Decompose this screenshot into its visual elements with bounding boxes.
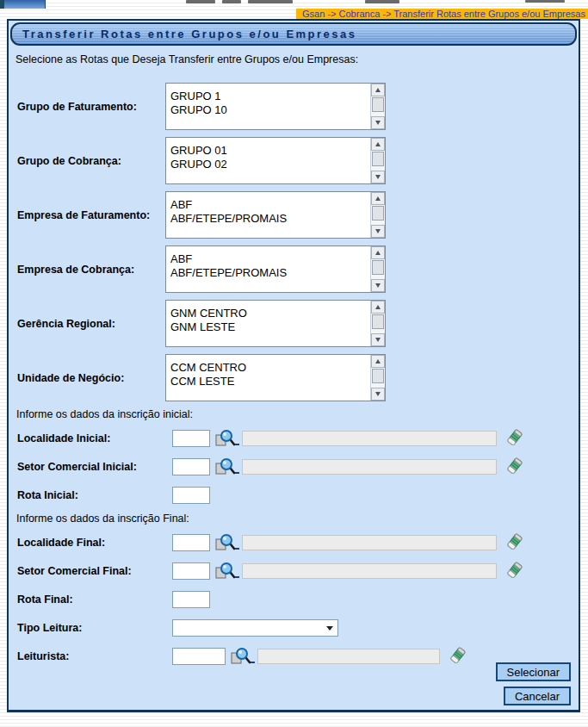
leiturista-label: Leiturista: — [17, 650, 165, 662]
localidade-final-lookup-button[interactable] — [214, 532, 235, 553]
form-instruction: Selecione as Rotas que Deseja Transferir… — [15, 53, 573, 65]
leiturista-lookup-button[interactable] — [230, 646, 251, 667]
grupo-cobranca-listbox[interactable]: GRUPO 01 GRUPO 02 — [165, 137, 386, 184]
tipo-leitura-select[interactable] — [172, 619, 338, 637]
listbox-option[interactable]: ABF/ETEPE/PROMAIS — [170, 266, 370, 280]
listbox-scrollbar[interactable] — [370, 355, 385, 401]
scroll-down-arrow-icon[interactable] — [371, 333, 385, 346]
page-title: Transferir Rotas entre Grupos e/ou Empre… — [22, 28, 357, 40]
localidade-final-description — [242, 535, 497, 550]
scroll-down-arrow-icon[interactable] — [371, 171, 385, 183]
empresa-faturamento-listbox[interactable]: ABF ABF/ETEPE/PROMAIS — [165, 191, 386, 239]
gerencia-regional-listbox[interactable]: GNM CENTRO GNM LESTE — [165, 300, 386, 347]
scrollbar-thumb[interactable] — [372, 97, 384, 112]
scroll-up-arrow-icon[interactable] — [371, 355, 385, 368]
setor-comercial-inicial-description — [242, 459, 497, 475]
grupo-cobranca-label: Grupo de Cobrança: — [17, 155, 165, 167]
listbox-option[interactable]: GRUPO 10 — [170, 103, 370, 117]
magnifier-icon — [214, 543, 235, 556]
scrollbar-thumb[interactable] — [372, 260, 384, 275]
listbox-option[interactable]: ABF — [170, 198, 370, 212]
scroll-up-arrow-icon[interactable] — [371, 84, 385, 96]
unidade-negocio-listbox[interactable]: CCM CENTRO CCM LESTE — [165, 354, 386, 401]
listbox-scrollbar[interactable] — [370, 138, 385, 183]
scroll-up-arrow-icon[interactable] — [371, 246, 385, 259]
scroll-down-arrow-icon[interactable] — [371, 116, 385, 129]
row-setor-comercial-inicial: Setor Comercial Inicial: — [17, 456, 573, 477]
listbox-option[interactable]: CCM CENTRO — [170, 361, 370, 375]
row-empresa-faturamento: Empresa de Faturamento: ABF ABF/ETEPE/PR… — [17, 191, 573, 239]
unidade-negocio-label: Unidade de Negócio: — [17, 372, 165, 384]
listbox-option[interactable]: ABF — [170, 252, 370, 266]
chevron-down-icon — [326, 626, 333, 631]
listbox-option[interactable]: GRUPO 1 — [170, 90, 370, 103]
localidade-final-input[interactable] — [172, 534, 210, 551]
leiturista-description — [257, 649, 440, 664]
listbox-scrollbar[interactable] — [370, 192, 385, 238]
magnifier-icon — [214, 571, 235, 584]
lookup-link-underscore — [235, 472, 239, 474]
top-blue-bar — [4, 0, 46, 9]
cancelar-button[interactable]: Cancelar — [504, 687, 571, 705]
setor-comercial-inicial-lookup-button[interactable] — [214, 457, 235, 477]
leiturista-clear-button[interactable] — [448, 647, 467, 666]
setor-comercial-final-description — [242, 563, 497, 579]
listbox-option[interactable]: GRUPO 01 — [170, 144, 370, 158]
localidade-inicial-label: Localidade Inicial: — [17, 432, 165, 444]
listbox-scrollbar[interactable] — [370, 84, 385, 129]
clipped-text-artifact — [365, 0, 399, 3]
rota-final-input[interactable] — [172, 591, 210, 608]
listbox-scrollbar[interactable] — [370, 246, 385, 292]
scrollbar-thumb[interactable] — [372, 206, 384, 221]
setor-comercial-inicial-clear-button[interactable] — [504, 457, 523, 476]
setor-comercial-inicial-input[interactable] — [172, 458, 210, 475]
listbox-scrollbar[interactable] — [370, 301, 385, 346]
lookup-link-underscore — [235, 444, 239, 445]
scroll-down-arrow-icon[interactable] — [371, 388, 385, 401]
setor-comercial-inicial-label: Setor Comercial Inicial: — [17, 461, 165, 473]
setor-comercial-final-label: Setor Comercial Final: — [17, 565, 165, 577]
breadcrumb[interactable]: Gsan -> Cobranca -> Transferir Rotas ent… — [296, 9, 588, 19]
listbox-option[interactable]: GRUPO 02 — [170, 158, 370, 171]
rota-inicial-input[interactable] — [172, 487, 210, 504]
listbox-option[interactable]: GNM LESTE — [170, 320, 370, 334]
lookup-link-underscore — [251, 662, 255, 663]
setor-comercial-final-lookup-button[interactable] — [214, 561, 235, 581]
localidade-inicial-lookup-button[interactable] — [214, 428, 235, 449]
magnifier-icon — [214, 467, 235, 480]
scrollbar-thumb[interactable] — [372, 314, 384, 329]
scroll-up-arrow-icon[interactable] — [371, 192, 385, 205]
setor-comercial-final-input[interactable] — [172, 562, 210, 580]
form-action-buttons: Selecionar Cancelar — [496, 662, 571, 705]
row-grupo-faturamento: Grupo de Faturamento: GRUPO 1 GRUPO 10 — [17, 83, 573, 130]
scroll-up-arrow-icon[interactable] — [371, 301, 385, 314]
localidade-inicial-input[interactable] — [172, 430, 210, 447]
scroll-up-arrow-icon[interactable] — [371, 138, 385, 151]
clipped-text-artifact — [186, 0, 215, 3]
lookup-link-underscore — [235, 576, 239, 578]
listbox-option[interactable]: ABF/ETEPE/PROMAIS — [170, 212, 370, 226]
selecionar-button[interactable]: Selecionar — [496, 662, 571, 681]
scrollbar-thumb[interactable] — [372, 152, 384, 166]
scrollbar-thumb[interactable] — [372, 369, 384, 383]
grupo-faturamento-listbox[interactable]: GRUPO 1 GRUPO 10 — [165, 83, 386, 130]
row-unidade-negocio: Unidade de Negócio: CCM CENTRO CCM LESTE — [17, 354, 573, 401]
setor-comercial-final-clear-button[interactable] — [504, 562, 523, 581]
lookup-link-underscore — [235, 548, 239, 550]
row-grupo-cobranca: Grupo de Cobrança: GRUPO 01 GRUPO 02 — [17, 137, 573, 184]
clipped-text-artifact — [248, 0, 293, 3]
rota-inicial-label: Rota Inicial: — [17, 489, 165, 501]
row-rota-inicial: Rota Inicial: — [17, 484, 573, 506]
empresa-cobranca-listbox[interactable]: ABF ABF/ETEPE/PROMAIS — [165, 245, 386, 293]
leiturista-input[interactable] — [172, 648, 226, 665]
row-localidade-final: Localidade Final: — [17, 531, 573, 553]
eraser-icon — [504, 466, 523, 479]
scroll-down-arrow-icon[interactable] — [371, 279, 385, 292]
clipped-text-artifact — [222, 0, 241, 3]
scroll-down-arrow-icon[interactable] — [371, 225, 385, 238]
listbox-option[interactable]: CCM LESTE — [170, 375, 370, 388]
initial-section-header: Informe os dados da inscrição inicial: — [16, 408, 573, 420]
localidade-inicial-clear-button[interactable] — [504, 429, 523, 448]
listbox-option[interactable]: GNM CENTRO — [170, 307, 370, 320]
localidade-final-clear-button[interactable] — [504, 533, 523, 552]
